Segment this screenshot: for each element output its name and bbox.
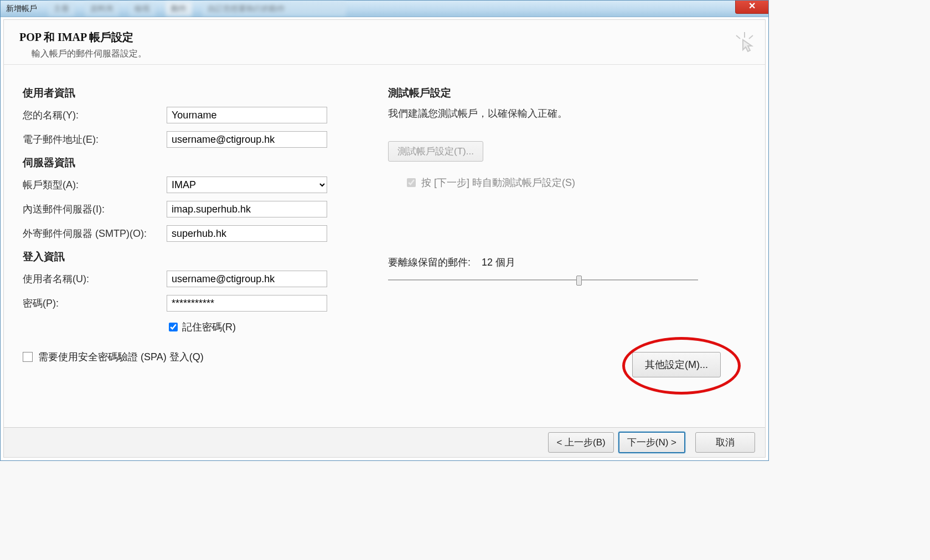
offline-value: 12 個月 [482,257,515,268]
ribbon-blur: 主冊資料夾檢視 郵件 自訂您想要執行的動作 [48,2,346,16]
cursor-icon [735,32,754,57]
email-label: 電子郵件地址(E): [23,133,167,146]
back-button[interactable]: < 上一步(B) [548,432,613,453]
spa-checkbox[interactable] [23,352,33,362]
svg-line-1 [736,35,740,39]
name-label: 您的名稱(Y): [23,108,167,122]
cancel-button[interactable]: 取消 [695,432,755,453]
password-label: 密碼(P): [23,297,167,310]
username-label: 使用者名稱(U): [23,272,167,286]
remember-password-checkbox[interactable] [169,323,178,331]
username-input[interactable] [167,271,327,287]
wizard-footer: < 上一步(B) 下一步(N) > 取消 [4,427,765,457]
incoming-server-label: 內送郵件伺服器(I): [23,203,167,216]
window-title: 新增帳戶 [6,4,37,14]
close-icon: ✕ [748,1,756,11]
offline-label: 要離線保留的郵件: [388,257,471,268]
svg-line-2 [749,35,753,39]
auto-test-checkbox[interactable] [407,178,416,187]
account-type-select[interactable]: IMAP [167,177,327,193]
login-info-heading: 登入資訊 [23,250,366,264]
left-column: 使用者資訊 您的名稱(Y): 電子郵件地址(E): 伺服器資訊 帳戶類型(A): [23,79,366,364]
email-input[interactable] [167,131,327,148]
outgoing-server-label: 外寄郵件伺服器 (SMTP)(O): [23,227,167,240]
offline-slider[interactable] [388,274,698,286]
right-column: 測試帳戶設定 我們建議您測試帳戶，以確保輸入正確。 測試帳戶設定(T)... 按… [388,79,746,364]
user-info-heading: 使用者資訊 [23,86,366,100]
outgoing-server-input[interactable] [167,225,327,242]
wizard-header: POP 和 IMAP 帳戶設定 輸入帳戶的郵件伺服器設定。 [4,20,765,65]
name-input[interactable] [167,107,327,123]
slider-thumb[interactable] [576,276,582,286]
incoming-server-input[interactable] [167,201,327,217]
add-account-dialog: 新增帳戶 主冊資料夾檢視 郵件 自訂您想要執行的動作 ✕ POP 和 IMAP … [0,0,769,461]
server-info-heading: 伺服器資訊 [23,155,366,170]
next-button[interactable]: 下一步(N) > [618,432,685,453]
account-type-label: 帳戶類型(A): [23,178,167,191]
titlebar: 新增帳戶 主冊資料夾檢視 郵件 自訂您想要執行的動作 ✕ [1,1,768,17]
close-button[interactable]: ✕ [735,1,768,14]
more-settings-button[interactable]: 其他設定(M)... [632,352,721,377]
spa-label: 需要使用安全密碼驗證 (SPA) 登入(Q) [38,350,204,364]
test-account-heading: 測試帳戶設定 [388,86,746,100]
wizard-title: POP 和 IMAP 帳戶設定 [19,30,750,45]
password-input[interactable] [167,295,327,312]
wizard-subtitle: 輸入帳戶的郵件伺服器設定。 [32,48,750,60]
test-account-desc: 我們建議您測試帳戶，以確保輸入正確。 [388,107,746,120]
test-account-button[interactable]: 測試帳戶設定(T)... [388,141,483,162]
remember-password-label: 記住密碼(R) [182,320,236,334]
auto-test-label: 按 [下一步] 時自動測試帳戶設定(S) [421,176,575,189]
content-panel: POP 和 IMAP 帳戶設定 輸入帳戶的郵件伺服器設定。 [3,19,766,458]
